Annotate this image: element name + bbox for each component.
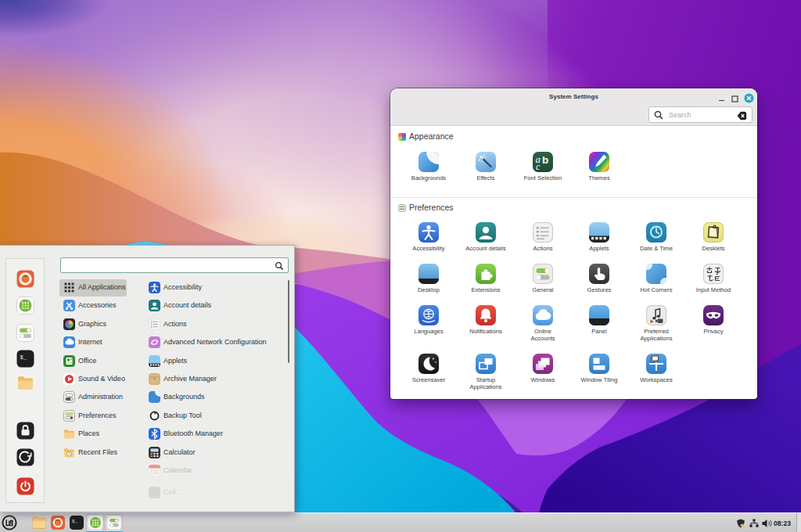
svg-text:$_: $_ bbox=[72, 519, 78, 524]
svg-text:$_: $_ bbox=[20, 354, 27, 361]
svg-text:c: c bbox=[536, 161, 541, 172]
svg-text:b: b bbox=[542, 154, 548, 166]
